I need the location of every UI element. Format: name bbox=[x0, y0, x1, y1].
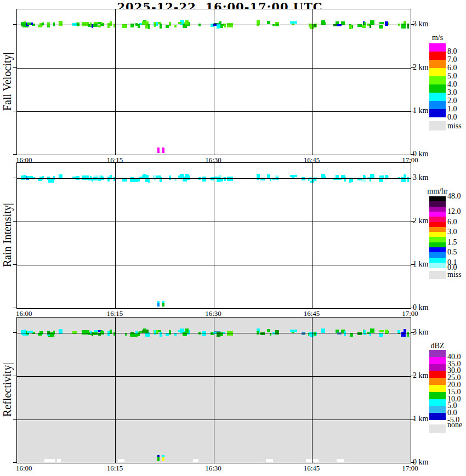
legend-title-reflectivity: dBZ bbox=[431, 342, 445, 350]
legend-swatch bbox=[429, 263, 446, 268]
echo-band-tick bbox=[174, 25, 177, 27]
echo-band-tick bbox=[101, 330, 103, 332]
echo-band-tick bbox=[290, 175, 297, 177]
legend-swatch bbox=[429, 76, 446, 84]
legend-label: 3.0 bbox=[447, 228, 457, 236]
grid-line-vertical bbox=[312, 163, 312, 308]
grid-line-vertical bbox=[312, 9, 312, 155]
km-label: 1 km bbox=[413, 106, 428, 115]
x-tick-label: 17:00 bbox=[402, 464, 418, 473]
legend-swatch bbox=[429, 242, 446, 248]
grid-line-horizontal bbox=[17, 420, 411, 420]
echo-band-tick bbox=[344, 331, 346, 336]
echo-band-tick bbox=[169, 22, 171, 26]
surface-cell bbox=[157, 148, 160, 153]
x-tick-label: 16:45 bbox=[304, 464, 320, 473]
legend-miss-label: miss bbox=[447, 270, 462, 279]
floor-cell bbox=[118, 459, 124, 462]
echo-band-tick bbox=[267, 21, 270, 24]
echo-band-tick bbox=[379, 22, 384, 24]
plot-area-rain-intensity bbox=[16, 162, 411, 309]
echo-band-tick bbox=[130, 24, 134, 27]
y-axis-tick-left bbox=[13, 308, 16, 308]
y-axis-label-reflectivity: Reflectivity| bbox=[1, 317, 14, 462]
echo-band-tick bbox=[290, 21, 297, 24]
surface-cell bbox=[157, 457, 160, 461]
y-axis-label-fall-velocity: Fall Velocity| bbox=[1, 9, 14, 154]
echo-band-tick bbox=[267, 329, 270, 332]
legend-miss-swatch bbox=[429, 424, 446, 433]
grid-line-horizontal bbox=[17, 111, 411, 112]
legend-swatch bbox=[429, 350, 446, 357]
legend-swatch bbox=[429, 227, 446, 233]
echo-band-tick bbox=[362, 25, 366, 28]
grid-line-horizontal bbox=[17, 25, 411, 25]
echo-band-tick bbox=[59, 21, 62, 26]
legend-label: 12.0 bbox=[447, 207, 461, 216]
echo-band-tick bbox=[202, 331, 206, 336]
grid-line-horizontal bbox=[17, 376, 411, 377]
legend-label: 5.0 bbox=[447, 72, 457, 81]
legend-label: 6.0 bbox=[447, 64, 457, 72]
legend-swatch bbox=[429, 93, 446, 101]
legend-swatch bbox=[429, 385, 446, 392]
echo-band-tick bbox=[344, 177, 346, 182]
grid-line-horizontal bbox=[17, 265, 411, 265]
legend-swatch bbox=[429, 201, 446, 207]
legend-swatch bbox=[429, 60, 446, 68]
echo-band-tick bbox=[178, 22, 181, 24]
grid-line-vertical bbox=[214, 163, 214, 308]
x-tick-label: 16:15 bbox=[107, 464, 123, 473]
grid-line-horizontal bbox=[17, 178, 411, 179]
legend-label: 0.5 bbox=[447, 248, 457, 257]
floor-cell bbox=[337, 459, 344, 462]
km-label: 1 km bbox=[413, 415, 428, 423]
legend-title-rain-intensity: mm/hr bbox=[427, 187, 447, 196]
legend-swatch bbox=[429, 399, 446, 406]
echo-band-tick bbox=[174, 333, 177, 336]
echo-band-tick bbox=[125, 333, 127, 336]
km-label: 1 km bbox=[413, 260, 428, 269]
legend-miss-label: miss bbox=[447, 122, 462, 131]
floor-cell bbox=[44, 459, 55, 462]
legend-swatch bbox=[429, 371, 446, 378]
echo-band-tick bbox=[267, 174, 270, 178]
km-label: 3 km bbox=[413, 328, 428, 337]
y-axis-label-rain-intensity: Rain Intensity| bbox=[1, 162, 14, 308]
km-label: 3 km bbox=[413, 173, 428, 182]
grid-line-vertical bbox=[312, 318, 312, 463]
km-label: 2 km bbox=[413, 371, 428, 380]
legend-swatch bbox=[429, 252, 446, 258]
legend-label: 3.0 bbox=[447, 88, 457, 97]
echo-band-tick bbox=[349, 178, 352, 182]
legend-swatch bbox=[429, 196, 446, 202]
legend-label: 0.0 bbox=[447, 113, 457, 122]
echo-band-tick bbox=[379, 330, 384, 332]
legend-swatch bbox=[429, 364, 446, 371]
grid-line-vertical bbox=[214, 9, 214, 155]
echo-band-tick bbox=[101, 175, 103, 178]
radar-time-height-figure: 2025-12-22 16:00-17:00 UTC 3 km2 km1 km0… bbox=[0, 0, 466, 476]
grid-line-vertical bbox=[115, 163, 116, 308]
legend-swatch bbox=[429, 217, 446, 222]
km-label: 2 km bbox=[413, 217, 428, 225]
legend-miss-swatch bbox=[429, 271, 446, 279]
legend-swatch bbox=[429, 109, 446, 117]
y-axis-tick-left bbox=[13, 462, 16, 463]
legend-swatch bbox=[429, 258, 446, 263]
echo-band-tick bbox=[169, 330, 171, 335]
echo-band-tick bbox=[202, 177, 206, 182]
legend-swatch bbox=[429, 101, 446, 109]
legend-miss-label: none bbox=[447, 421, 462, 429]
echo-band-tick bbox=[290, 330, 297, 332]
echo-band-tick bbox=[349, 25, 352, 29]
surface-cell bbox=[162, 457, 164, 461]
echo-band-tick bbox=[174, 178, 177, 181]
legend-swatch bbox=[429, 237, 446, 242]
legend-swatch bbox=[429, 406, 446, 413]
floor-cell bbox=[57, 459, 61, 462]
legend-label: 2.0 bbox=[447, 97, 457, 105]
legend-label: 8.0 bbox=[447, 47, 457, 56]
legend-label: 7.0 bbox=[447, 55, 457, 64]
surface-cell bbox=[157, 303, 160, 307]
